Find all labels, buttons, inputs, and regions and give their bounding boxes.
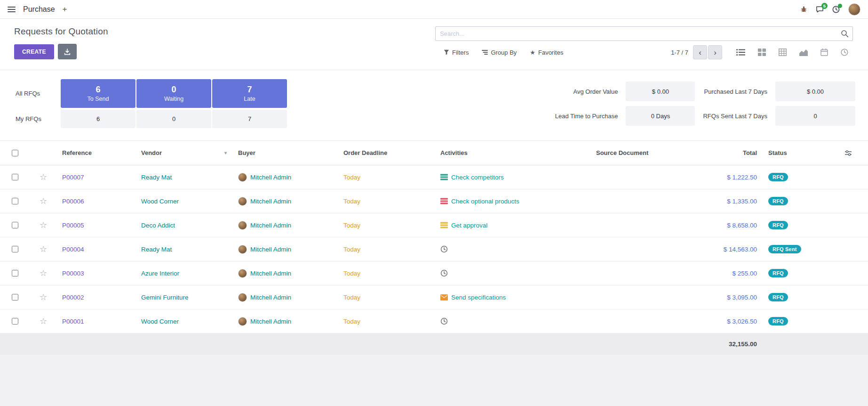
activity-cell[interactable] — [435, 309, 590, 333]
pager-previous-button[interactable]: ‹ — [693, 45, 707, 59]
apps-menu-icon[interactable] — [7, 5, 16, 14]
reference-cell[interactable]: P00003 — [56, 261, 135, 285]
buyer-cell[interactable]: Mitchell Admin — [232, 213, 338, 237]
group-by-button[interactable]: Group By — [482, 49, 517, 56]
stat-value-lead-time-to-purchase[interactable]: 0 Days — [626, 106, 695, 126]
activity-cell[interactable]: Check competitors — [435, 165, 590, 189]
table-row[interactable]: ☆ P00002 Gemini Furniture Mitchell Admin… — [0, 285, 868, 309]
row-checkbox[interactable] — [12, 174, 18, 180]
reference-cell[interactable]: P00002 — [56, 285, 135, 309]
messages-icon[interactable]: 5 — [816, 6, 824, 13]
activity-cell[interactable]: Check optional products — [435, 189, 590, 213]
buyer-cell[interactable]: Mitchell Admin — [232, 237, 338, 261]
stat-value-purchased-last-7-days[interactable]: $ 0.00 — [775, 81, 855, 101]
favorite-star-icon[interactable]: ☆ — [40, 317, 47, 325]
stat-value-rfqs-sent-last-7-days[interactable]: 0 — [775, 106, 855, 126]
vendor-cell[interactable]: Azure Interior — [135, 261, 232, 285]
reference-cell[interactable]: P00007 — [56, 165, 135, 189]
favorite-star-icon[interactable]: ☆ — [40, 197, 47, 205]
export-button[interactable] — [58, 44, 77, 59]
clock-icon[interactable] — [440, 317, 448, 325]
table-row[interactable]: ☆ P00003 Azure Interior Mitchell Admin T… — [0, 261, 868, 285]
rfq-card-waiting[interactable]: 0 Waiting — [136, 79, 211, 108]
reference-cell[interactable]: P00005 — [56, 213, 135, 237]
column-header-source-document[interactable]: Source Document — [590, 141, 683, 165]
search-icon[interactable] — [841, 30, 849, 38]
rfq-card-to-send[interactable]: 6 To Send — [61, 79, 135, 108]
activity-label[interactable]: Get approval — [451, 222, 487, 229]
list-red-icon[interactable] — [440, 198, 448, 204]
vendor-cell[interactable]: Wood Corner — [135, 189, 232, 213]
row-checkbox[interactable] — [12, 198, 18, 204]
graph-view-icon[interactable] — [799, 49, 808, 56]
column-header-total[interactable]: Total — [683, 141, 763, 165]
activity-label[interactable]: Send specifications — [451, 294, 506, 301]
app-name[interactable]: Purchase — [23, 5, 55, 14]
create-button[interactable]: CREATE — [14, 44, 54, 59]
buyer-cell[interactable]: Mitchell Admin — [232, 309, 338, 333]
row-checkbox[interactable] — [12, 222, 18, 228]
list-yellow-icon[interactable] — [440, 222, 448, 228]
buyer-cell[interactable]: Mitchell Admin — [232, 189, 338, 213]
list-view-icon[interactable] — [736, 49, 745, 56]
table-row[interactable]: ☆ P00006 Wood Corner Mitchell Admin Toda… — [0, 189, 868, 213]
activity-cell[interactable] — [435, 237, 590, 261]
buyer-cell[interactable]: Mitchell Admin — [232, 165, 338, 189]
vendor-cell[interactable]: Ready Mat — [135, 237, 232, 261]
activity-cell[interactable]: Get approval — [435, 213, 590, 237]
favorite-star-icon[interactable]: ☆ — [40, 173, 47, 181]
vendor-cell[interactable]: Deco Addict — [135, 213, 232, 237]
activity-view-icon[interactable] — [841, 49, 848, 56]
clock-icon[interactable] — [440, 269, 448, 277]
column-header-buyer[interactable]: Buyer — [232, 141, 338, 165]
activity-label[interactable]: Check optional products — [451, 198, 519, 205]
vendor-cell[interactable]: Wood Corner — [135, 309, 232, 333]
reference-cell[interactable]: P00001 — [56, 309, 135, 333]
favorite-star-icon[interactable]: ☆ — [40, 293, 47, 301]
table-row[interactable]: ☆ P00007 Ready Mat Mitchell Admin Today … — [0, 165, 868, 189]
table-row[interactable]: ☆ P00004 Ready Mat Mitchell Admin Today … — [0, 237, 868, 261]
envelope-icon[interactable] — [440, 294, 448, 300]
kanban-view-icon[interactable] — [758, 49, 766, 56]
activities-icon[interactable] — [832, 6, 840, 13]
buyer-cell[interactable]: Mitchell Admin — [232, 285, 338, 309]
my-rfq-late[interactable]: 7 — [212, 110, 287, 128]
activity-label[interactable]: Check competitors — [451, 174, 504, 181]
pager-next-button[interactable]: › — [708, 45, 722, 59]
my-rfq-waiting[interactable]: 0 — [136, 110, 211, 128]
row-checkbox[interactable] — [12, 246, 18, 252]
column-header-reference[interactable]: Reference — [56, 141, 135, 165]
list-green-icon[interactable] — [440, 174, 448, 180]
optional-columns-button[interactable] — [828, 141, 868, 165]
favorites-button[interactable]: ★ Favorites — [530, 49, 563, 56]
pivot-view-icon[interactable] — [779, 49, 787, 56]
my-rfq-to-send[interactable]: 6 — [61, 110, 135, 128]
search-box[interactable] — [435, 26, 853, 41]
clock-icon[interactable] — [440, 245, 448, 253]
favorite-star-icon[interactable]: ☆ — [40, 269, 47, 277]
plus-icon[interactable]: + — [62, 5, 68, 13]
column-header-order-deadline[interactable]: Order Deadline — [338, 141, 435, 165]
activity-cell[interactable] — [435, 261, 590, 285]
activity-cell[interactable]: Send specifications — [435, 285, 590, 309]
search-input[interactable] — [436, 27, 852, 41]
table-row[interactable]: ☆ P00001 Wood Corner Mitchell Admin Toda… — [0, 309, 868, 333]
table-row[interactable]: ☆ P00005 Deco Addict Mitchell Admin Toda… — [0, 213, 868, 237]
row-checkbox[interactable] — [12, 270, 18, 276]
favorite-star-icon[interactable]: ☆ — [40, 221, 47, 229]
column-header-status[interactable]: Status — [763, 141, 828, 165]
filters-button[interactable]: Filters — [444, 49, 469, 56]
reference-cell[interactable]: P00006 — [56, 189, 135, 213]
stat-value-avg-order-value[interactable]: $ 0.00 — [626, 81, 695, 101]
user-avatar[interactable] — [848, 3, 860, 16]
row-checkbox[interactable] — [12, 318, 18, 325]
favorite-star-icon[interactable]: ☆ — [40, 245, 47, 253]
select-all-checkbox[interactable] — [12, 150, 18, 156]
bug-icon[interactable] — [800, 6, 807, 13]
buyer-cell[interactable]: Mitchell Admin — [232, 261, 338, 285]
column-header-vendor[interactable]: Vendor ▾ — [135, 141, 232, 165]
vendor-cell[interactable]: Gemini Furniture — [135, 285, 232, 309]
vendor-cell[interactable]: Ready Mat — [135, 165, 232, 189]
column-header-activities[interactable]: Activities — [435, 141, 590, 165]
calendar-view-icon[interactable] — [820, 49, 828, 56]
